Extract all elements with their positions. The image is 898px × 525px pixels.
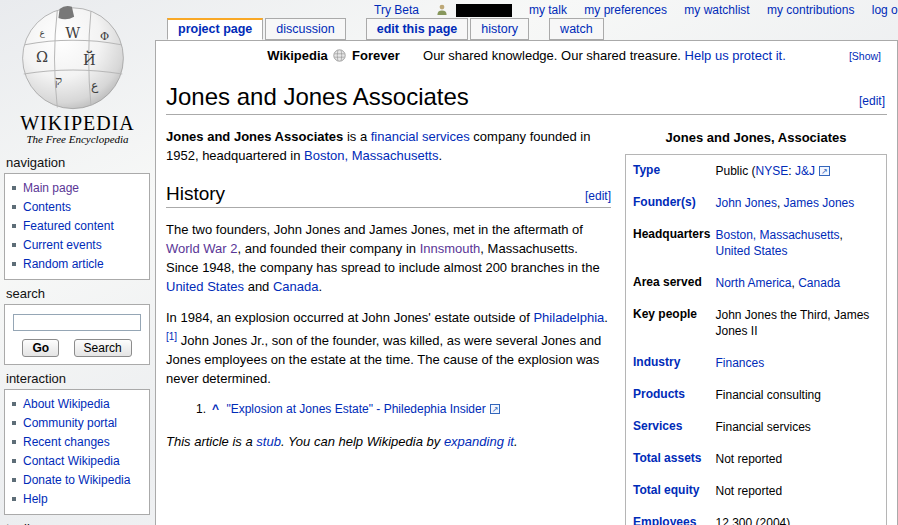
infobox-label[interactable]: Area served xyxy=(626,267,714,299)
sidebar-nav-item[interactable]: Current events xyxy=(12,236,145,255)
portlet-title-toolbox: toolbox xyxy=(6,521,155,525)
tab[interactable]: watch xyxy=(549,18,604,40)
go-button[interactable]: Go xyxy=(22,339,59,357)
infobox-row: Founder(s) John Jones, James Jones xyxy=(626,187,887,219)
protect-link[interactable]: Help us protect it. xyxy=(685,48,786,63)
sidebar-nav-item[interactable]: Featured content xyxy=(12,217,145,236)
personal-bar: Try Beta my talk my preferences my watch… xyxy=(360,3,890,19)
article-title: Jones and Jones Associates [edit] xyxy=(166,83,887,115)
infobox-label[interactable]: Founder(s) xyxy=(626,187,714,219)
search-button[interactable]: Search xyxy=(74,339,132,357)
infobox-row: Industry Finances xyxy=(626,347,887,379)
logo-wordmark: WIKIPEDIA xyxy=(0,112,155,135)
infobox-label[interactable]: Employees xyxy=(626,507,714,525)
sidebar-nav-item[interactable]: Main page xyxy=(12,179,145,198)
svg-text:Ω: Ω xyxy=(36,48,48,65)
infobox-value: Finances xyxy=(714,347,887,379)
wikipedia-logo[interactable]: Ω W Й ק ع Φ ع WIKIPEDIA The Free Encyclo… xyxy=(0,0,155,150)
infobox-label[interactable]: Total equity xyxy=(626,475,714,507)
site-notice: Wikipedia Forever Our shared knowledge. … xyxy=(166,48,887,70)
infobox-value: Financial consulting xyxy=(714,379,887,411)
portlet-title-interaction: interaction xyxy=(6,371,155,386)
svg-text:ק: ק xyxy=(55,73,62,88)
infobox-label[interactable]: Headquarters xyxy=(626,219,714,267)
personal-bar-item[interactable]: my contributions xyxy=(767,3,858,17)
sidebar-nav-item[interactable]: Random article xyxy=(12,255,145,274)
personal-bar-item[interactable]: log out xyxy=(872,3,898,17)
redacted-username xyxy=(456,4,512,17)
article-title-text: Jones and Jones Associates xyxy=(166,83,469,110)
sidebar-interaction-item[interactable]: Donate to Wikipedia xyxy=(12,471,145,490)
infobox-label[interactable]: Services xyxy=(626,411,714,443)
infobox-value: Financial services xyxy=(714,411,887,443)
page-tabs: project pagediscussionedit this pagehist… xyxy=(167,18,604,40)
logo-tagline: The Free Encyclopedia xyxy=(0,133,155,145)
infobox-row: Employees 12,300 (2004) xyxy=(626,507,887,525)
interaction-list: About WikipediaCommunity portalRecent ch… xyxy=(5,393,149,511)
sidebar-interaction-item[interactable]: About Wikipedia xyxy=(12,395,145,414)
infobox-value: 12,300 (2004) xyxy=(714,507,887,525)
edit-title-link[interactable]: [edit] xyxy=(859,94,885,108)
globe-icon xyxy=(333,49,346,62)
infobox-label[interactable]: Total assets xyxy=(626,443,714,475)
tab[interactable]: discussion xyxy=(265,18,345,40)
portlet-title-search: search xyxy=(6,286,155,301)
infobox-row: Total assets Not reported xyxy=(626,443,887,475)
tab[interactable]: history xyxy=(470,18,529,40)
sidebar-nav-item[interactable]: Contents xyxy=(12,198,145,217)
user-icon xyxy=(436,4,448,19)
infobox-row: Headquarters Boston, Massachusetts, Unit… xyxy=(626,219,887,267)
personal-bar-item[interactable]: my watchlist xyxy=(684,3,753,17)
infobox-value: Public (NYSE: J&J xyxy=(714,155,887,188)
infobox-value: North America, Canada xyxy=(714,267,887,299)
sidebar-interaction-item[interactable]: Community portal xyxy=(12,414,145,433)
infobox-label[interactable]: Type xyxy=(626,155,714,188)
sidebar-interaction-item[interactable]: Recent changes xyxy=(12,433,145,452)
backlink-caret[interactable]: ^ xyxy=(212,402,219,416)
svg-text:ع: ع xyxy=(39,28,45,38)
personal-bar-item[interactable]: Try Beta xyxy=(374,3,422,17)
tab[interactable]: edit this page xyxy=(366,18,469,40)
infobox-value: Not reported xyxy=(714,443,887,475)
infobox-value: John Jones, James Jones xyxy=(714,187,887,219)
tab[interactable]: project page xyxy=(167,18,263,40)
history-heading: [edit] History xyxy=(166,183,611,208)
reference-link[interactable]: "Explosion at Jones Estate" - Philedephi… xyxy=(226,402,500,416)
infobox-label[interactable]: Industry xyxy=(626,347,714,379)
infobox-label[interactable]: Key people xyxy=(626,299,714,347)
personal-bar-item[interactable]: my talk xyxy=(529,3,570,17)
reference-number: 1. xyxy=(196,402,206,416)
personal-bar-item[interactable] xyxy=(436,3,515,17)
sidebar: Ω W Й ק ع Φ ع WIKIPEDIA The Free Encyclo… xyxy=(0,0,155,525)
svg-text:W: W xyxy=(65,24,80,41)
personal-bar-item[interactable]: my preferences xyxy=(584,3,670,17)
site-notice-brand: Wikipedia xyxy=(267,48,328,63)
infobox-value: Not reported xyxy=(714,475,887,507)
edit-history-link[interactable]: [edit] xyxy=(585,189,611,203)
portlet-toolbox: toolbox What links here xyxy=(0,521,155,525)
site-notice-brand-2: Forever xyxy=(352,48,400,63)
wikipedia-globe-icon: Ω W Й ק ع Φ ع xyxy=(14,0,132,112)
infobox: Jones and Jones, Associates Type Public … xyxy=(625,123,887,525)
infobox-label[interactable]: Products xyxy=(626,379,714,411)
infobox-table: Type Public (NYSE: J&J Founder(s) John J… xyxy=(626,155,887,525)
sidebar-interaction-item[interactable]: Help xyxy=(12,490,145,509)
show-link[interactable]: [Show] xyxy=(849,50,881,62)
infobox-row: Key people John Jones the Third, James J… xyxy=(626,299,887,347)
infobox-value: John Jones the Third, James Jones II xyxy=(714,299,887,347)
search-input[interactable] xyxy=(13,314,141,331)
content-area: Wikipedia Forever Our shared knowledge. … xyxy=(155,40,898,525)
portlet-search: search Go Search xyxy=(0,286,155,365)
history-heading-text: History xyxy=(166,183,225,204)
portlet-interaction: interaction About WikipediaCommunity por… xyxy=(0,371,155,515)
infobox-row: Products Financial consulting xyxy=(626,379,887,411)
sidebar-interaction-item[interactable]: Contact Wikipedia xyxy=(12,452,145,471)
infobox-row: Services Financial services xyxy=(626,411,887,443)
svg-text:Й: Й xyxy=(83,50,96,68)
infobox-value: Boston, Massachusetts, United States xyxy=(714,219,887,267)
infobox-row: Total equity Not reported xyxy=(626,475,887,507)
site-notice-message: Our shared knowledge. Our shared treasur… xyxy=(423,48,681,63)
portlet-navigation: navigation Main pageContentsFeatured con… xyxy=(0,155,155,280)
infobox-row: Type Public (NYSE: J&J xyxy=(626,155,887,188)
svg-text:ع: ع xyxy=(91,79,99,93)
